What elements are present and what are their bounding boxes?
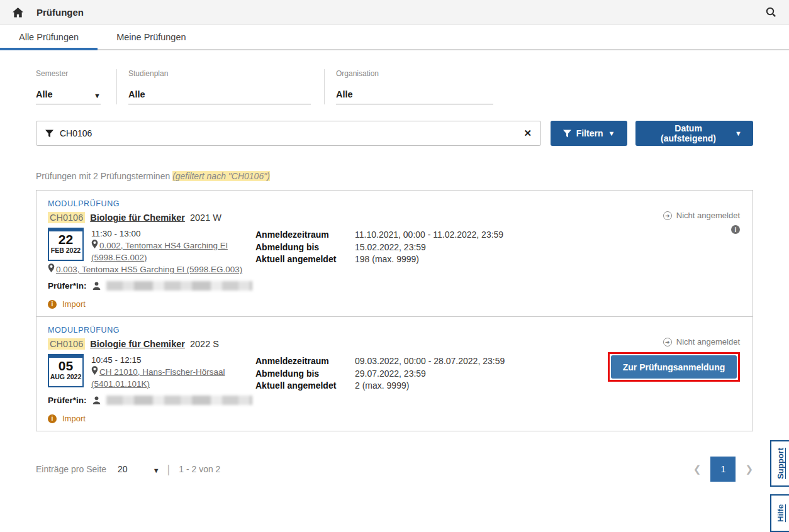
studienplan-value: Alle xyxy=(128,89,145,99)
semester-select[interactable]: Alle ▼ xyxy=(36,89,101,104)
clear-search-icon[interactable]: ✕ xyxy=(523,128,532,139)
location-link[interactable]: 0.003, Tentomax HS5 Garching El (5998.EG… xyxy=(56,265,242,274)
exam-course-link[interactable]: Biologie für Chemiker xyxy=(90,213,185,223)
examiner-name-redacted xyxy=(106,396,252,405)
exam-status-block: ➜ Nicht angemeldet Zur Prüfungsanmeldung xyxy=(608,337,740,382)
exam-term: 2021 W xyxy=(190,213,221,223)
semester-value: Alle xyxy=(36,89,53,99)
home-icon[interactable] xyxy=(11,6,24,19)
examiner-name-redacted xyxy=(106,281,252,291)
location-link[interactable]: 0.002, Tentomax HS4 Garching El (5998.EG… xyxy=(91,241,228,262)
support-tab[interactable]: Support xyxy=(770,440,789,487)
detail-label: Aktuell angemeldet xyxy=(255,380,355,392)
search-row: ✕ Filtern ▼ Datum (aufsteigend) ▼ xyxy=(36,121,753,146)
summary-filter-note: (gefiltert nach "CH0106") xyxy=(172,171,270,181)
location-pin-icon xyxy=(48,263,55,272)
filter-label: Semester xyxy=(36,69,101,78)
examiner-label: Prüfer*in: xyxy=(48,281,87,291)
detail-value: 29.07.2022, 23:59 xyxy=(355,368,426,380)
page-number-button[interactable]: 1 xyxy=(710,457,736,482)
tab-bar: Alle Prüfungen Meine Prüfungen xyxy=(0,25,789,50)
detail-value: 09.03.2022, 00:00 - 28.07.2022, 23:59 xyxy=(355,355,505,368)
hilfe-tab[interactable]: Hilfe xyxy=(770,494,789,532)
import-link[interactable]: i Import xyxy=(48,299,741,309)
exam-type: MODULPRÜFUNG xyxy=(48,326,741,335)
date-day: 05 xyxy=(49,358,82,373)
prev-page-icon[interactable]: ❮ xyxy=(693,463,702,475)
per-page-label: Einträge pro Seite xyxy=(36,464,106,474)
filter-label: Organisation xyxy=(336,69,517,78)
status-line: ➜ Nicht angemeldet xyxy=(663,211,740,220)
organisation-value: Alle xyxy=(336,89,353,99)
organisation-field[interactable]: Alle xyxy=(336,89,493,104)
support-label: Support xyxy=(776,448,785,479)
search-input[interactable] xyxy=(60,128,523,138)
detail-value: 11.10.2021, 00:00 - 11.02.2022, 23:59 xyxy=(355,229,503,241)
filter-row: Semester Alle ▼ Studienplan Alle Organis… xyxy=(36,69,753,104)
studienplan-field[interactable]: Alle xyxy=(128,89,311,104)
tab-alle-pruefungen[interactable]: Alle Prüfungen xyxy=(0,25,98,49)
info-icon: i xyxy=(48,300,57,309)
date-box: 05 AUG 2022 xyxy=(48,354,84,387)
exam-location: 0.003, Tentomax HS5 Garching El (5998.EG… xyxy=(48,263,255,275)
search-box[interactable]: ✕ xyxy=(36,121,541,146)
info-icon[interactable]: i xyxy=(731,225,740,234)
funnel-icon xyxy=(45,130,53,138)
tab-label: Alle Prüfungen xyxy=(19,32,79,42)
examiner-row: Prüfer*in: xyxy=(48,275,255,291)
exam-details: Anmeldezeitraum 11.10.2021, 00:00 - 11.0… xyxy=(255,228,741,291)
location-link[interactable]: CH 21010, Hans-Fischer-Hörsaal (5401.01.… xyxy=(91,367,225,389)
exam-course-link[interactable]: Biologie für Chemiker xyxy=(90,339,185,349)
import-link[interactable]: i Import xyxy=(48,414,741,423)
exam-code: CH0106 xyxy=(48,212,85,223)
global-search-icon[interactable] xyxy=(765,6,778,19)
arrow-circle-icon: ➜ xyxy=(663,338,672,346)
detail-label: Anmeldezeitraum xyxy=(255,355,355,368)
per-page-value: 20 xyxy=(118,464,128,474)
exam-card: MODULPRÜFUNG CH0106 Biologie für Chemike… xyxy=(36,316,753,431)
filtern-button[interactable]: Filtern ▼ xyxy=(551,121,627,146)
register-exam-button[interactable]: Zur Prüfungsanmeldung xyxy=(611,355,737,379)
exam-when-where: 22 FEB 2022 11:30 - 13:00 0.002, Tentoma… xyxy=(48,228,255,291)
pagination-row: Einträge pro Seite 20 ▼ | 1 - 2 von 2 ❮ … xyxy=(36,457,753,482)
exam-title-line: CH0106 Biologie für Chemiker 2021 W xyxy=(48,213,741,223)
examiner-row: Prüfer*in: xyxy=(48,390,255,405)
filter-label: Studienplan xyxy=(128,69,309,78)
exam-status-block: ➜ Nicht angemeldet i xyxy=(663,211,740,235)
top-bar: Prüfungen xyxy=(0,0,789,25)
date-box: 22 FEB 2022 xyxy=(48,228,84,261)
filter-semester: Semester Alle ▼ xyxy=(36,69,116,104)
filtern-label: Filtern xyxy=(576,128,603,138)
detail-label: Abmeldung bis xyxy=(255,241,355,254)
exam-term: 2022 S xyxy=(190,339,219,349)
examiner-label: Prüfer*in: xyxy=(48,396,87,405)
filter-organisation: Organisation Alle xyxy=(324,69,532,104)
next-page-icon[interactable]: ❯ xyxy=(745,463,753,475)
date-month: AUG 2022 xyxy=(49,373,82,380)
sort-button[interactable]: Datum (aufsteigend) ▼ xyxy=(635,121,753,146)
info-icon: i xyxy=(48,414,57,423)
detail-label: Anmeldezeitraum xyxy=(255,229,355,241)
person-icon xyxy=(92,396,101,405)
arrow-circle-icon: ➜ xyxy=(663,211,672,220)
date-day: 22 xyxy=(49,232,82,247)
page-title: Prüfungen xyxy=(36,7,84,18)
chevron-down-icon: ▼ xyxy=(153,467,160,474)
location-pin-icon xyxy=(91,240,98,248)
detail-label: Abmeldung bis xyxy=(255,368,355,380)
chevron-down-icon: ▼ xyxy=(608,130,615,137)
exam-body: 22 FEB 2022 11:30 - 13:00 0.002, Tentoma… xyxy=(48,228,741,291)
import-label: Import xyxy=(62,299,86,309)
exam-card: MODULPRÜFUNG CH0106 Biologie für Chemike… xyxy=(36,191,753,316)
detail-value: 2 (max. 9999) xyxy=(355,380,409,392)
import-label: Import xyxy=(62,414,86,423)
result-summary: Prüfungen mit 2 Prüfungsterminen (gefilt… xyxy=(36,171,753,181)
tab-meine-pruefungen[interactable]: Meine Prüfungen xyxy=(98,25,204,49)
exam-type: MODULPRÜFUNG xyxy=(48,199,741,208)
exam-list: MODULPRÜFUNG CH0106 Biologie für Chemike… xyxy=(36,190,753,431)
person-icon xyxy=(92,281,101,291)
summary-text: Prüfungen mit 2 Prüfungsterminen xyxy=(36,171,170,181)
filter-studienplan: Studienplan Alle xyxy=(116,69,324,104)
pager: ❮ 1 ❯ xyxy=(693,457,753,482)
per-page-select[interactable]: 20 ▼ xyxy=(118,464,159,474)
